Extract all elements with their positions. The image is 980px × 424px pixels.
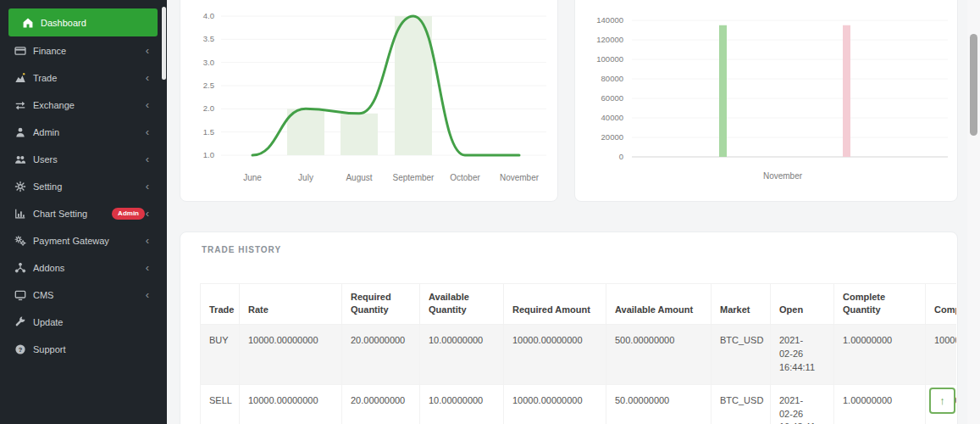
sidebar-item-label: Users bbox=[33, 154, 58, 165]
trade-history-title: TRADE HISTORY bbox=[202, 245, 281, 254]
admin-badge: Admin bbox=[112, 208, 145, 220]
table-row[interactable]: SELL10000.0000000020.0000000010.00000000… bbox=[201, 384, 957, 424]
column-header: Rate bbox=[240, 284, 342, 325]
sidebar-item-setting[interactable]: Setting‹ bbox=[0, 173, 167, 200]
sidebar-item-label: Setting bbox=[33, 181, 62, 192]
table-cell-open: 2021- 02-26 16:43:41 bbox=[771, 384, 834, 424]
addons-nodes-icon bbox=[14, 262, 26, 275]
table-cell: 10.00000000 bbox=[420, 324, 504, 384]
svg-text:2.0: 2.0 bbox=[203, 103, 214, 113]
chevron-left-icon: ‹ bbox=[146, 181, 149, 192]
sidebar-item-label: Payment Gateway bbox=[33, 236, 109, 246]
svg-text:80000: 80000 bbox=[601, 74, 623, 83]
sidebar-item-users[interactable]: Users‹ bbox=[0, 146, 167, 173]
sidebar-item-admin[interactable]: Admin‹ bbox=[0, 119, 167, 146]
sidebar-item-payment-gateway[interactable]: Payment Gateway‹ bbox=[0, 227, 167, 254]
table-cell: BTC_USD bbox=[711, 324, 771, 384]
svg-text:40000: 40000 bbox=[601, 113, 623, 122]
cms-monitor-icon bbox=[14, 289, 26, 302]
sidebar-item-dashboard[interactable]: Dashboard bbox=[8, 8, 158, 36]
svg-text:100000: 100000 bbox=[596, 54, 623, 64]
svg-text:November: November bbox=[763, 171, 803, 181]
chevron-left-icon: ‹ bbox=[146, 262, 149, 273]
arrow-up-icon: ↑ bbox=[939, 394, 945, 407]
sidebar: DashboardFinance‹Trade‹Exchange‹Admin‹Us… bbox=[0, 0, 167, 424]
table-cell: 1.00000000 bbox=[834, 324, 926, 384]
sidebar-item-exchange[interactable]: Exchange‹ bbox=[0, 92, 167, 119]
svg-text:November: November bbox=[500, 173, 540, 182]
admin-user-icon bbox=[14, 126, 26, 139]
page-scrollbar-thumb[interactable] bbox=[970, 34, 977, 136]
sidebar-item-cms[interactable]: CMS‹ bbox=[0, 282, 167, 309]
sidebar-item-update[interactable]: Update bbox=[0, 309, 167, 336]
svg-text:0: 0 bbox=[619, 152, 623, 161]
table-cell: 10.00000000 bbox=[420, 384, 504, 424]
sidebar-item-label: Addons bbox=[33, 263, 64, 273]
bar-chart-icon bbox=[14, 208, 26, 220]
sidebar-scrollbar-thumb[interactable] bbox=[162, 7, 166, 80]
november-bar-chart: 020000400006000080000100000120000140000N… bbox=[575, 1, 959, 191]
wrench-icon bbox=[14, 316, 26, 329]
monthly-line-chart: 4.03.53.02.52.01.51.0JuneJulyAugustSepte… bbox=[180, 1, 557, 191]
sidebar-item-label: Dashboard bbox=[41, 18, 86, 28]
credit-card-icon bbox=[14, 45, 26, 58]
question-circle-icon: ? bbox=[14, 343, 26, 356]
trade-history-table-wrap: TradeRateRequired QuantityAvailable Quan… bbox=[200, 283, 956, 424]
svg-text:1.5: 1.5 bbox=[203, 127, 214, 137]
chevron-left-icon: ‹ bbox=[146, 45, 149, 56]
chevron-left-icon: ‹ bbox=[146, 126, 149, 137]
table-cell: 10000.00000000 bbox=[504, 324, 606, 384]
app-window: DashboardFinance‹Trade‹Exchange‹Admin‹Us… bbox=[0, 0, 980, 424]
table-cell: BTC_USD bbox=[711, 384, 771, 424]
sidebar-item-label: Admin bbox=[33, 127, 59, 137]
table-cell: 10000.00000000 bbox=[240, 384, 342, 424]
sidebar-item-addons[interactable]: Addons‹ bbox=[0, 254, 167, 282]
svg-text:June: June bbox=[243, 173, 262, 182]
sidebar-item-support[interactable]: ?Support bbox=[0, 336, 167, 363]
svg-text:3.5: 3.5 bbox=[203, 34, 214, 43]
table-cell: 10000.00000000 bbox=[926, 324, 957, 384]
sidebar-item-label: Support bbox=[33, 344, 66, 354]
table-cell: 10000.00000000 bbox=[240, 324, 342, 384]
home-icon bbox=[21, 16, 34, 29]
table-cell: SELL bbox=[201, 384, 240, 424]
table-header-row: TradeRateRequired QuantityAvailable Quan… bbox=[201, 284, 957, 325]
svg-text:2.5: 2.5 bbox=[203, 81, 214, 90]
table-cell: 500.00000000 bbox=[606, 324, 711, 384]
table-cell: BUY bbox=[201, 324, 240, 384]
sidebar-item-label: Exchange bbox=[33, 100, 75, 110]
sidebar-item-finance[interactable]: Finance‹ bbox=[0, 37, 167, 64]
column-header: Available Quantity bbox=[420, 284, 504, 325]
line-chart-card: 4.03.53.02.52.01.51.0JuneJulyAugustSepte… bbox=[180, 0, 558, 202]
cogs-icon bbox=[14, 235, 26, 248]
table-cell: 1.00000000 bbox=[834, 384, 926, 424]
svg-text:140000: 140000 bbox=[596, 15, 623, 25]
column-header: Complete Quantity bbox=[834, 284, 926, 325]
sidebar-item-label: Trade bbox=[33, 73, 57, 83]
svg-text:August: August bbox=[346, 173, 372, 182]
svg-text:July: July bbox=[298, 173, 313, 182]
table-row[interactable]: BUY10000.0000000020.0000000010.000000001… bbox=[201, 324, 957, 384]
trade-history-card: TRADE HISTORY TradeRateRequired Quantity… bbox=[180, 232, 958, 424]
table-cell-open: 2021- 02-26 16:44:11 bbox=[771, 324, 834, 384]
svg-text:?: ? bbox=[18, 346, 22, 354]
column-header: Complete Amount bbox=[926, 284, 957, 325]
svg-text:September: September bbox=[393, 173, 435, 182]
chevron-left-icon: ‹ bbox=[146, 289, 149, 300]
sidebar-item-chart-setting[interactable]: Chart SettingAdmin‹ bbox=[0, 200, 167, 227]
svg-text:60000: 60000 bbox=[601, 93, 623, 103]
trade-history-table: TradeRateRequired QuantityAvailable Quan… bbox=[200, 283, 956, 424]
column-header: Open bbox=[771, 284, 834, 325]
users-icon bbox=[14, 153, 26, 166]
bar-chart-card: 020000400006000080000100000120000140000N… bbox=[574, 0, 958, 202]
sidebar-item-label: Update bbox=[33, 317, 63, 327]
scroll-to-top-button[interactable]: ↑ bbox=[929, 388, 955, 414]
table-cell: 10000.00000000 bbox=[504, 384, 606, 424]
sidebar-item-label: CMS bbox=[33, 290, 53, 300]
svg-text:October: October bbox=[450, 173, 480, 182]
sidebar-item-trade[interactable]: Trade‹ bbox=[0, 64, 167, 92]
svg-text:4.0: 4.0 bbox=[203, 11, 214, 20]
chevron-left-icon: ‹ bbox=[146, 72, 149, 83]
exchange-arrows-icon bbox=[14, 99, 26, 112]
trade-mountain-icon bbox=[14, 72, 26, 85]
